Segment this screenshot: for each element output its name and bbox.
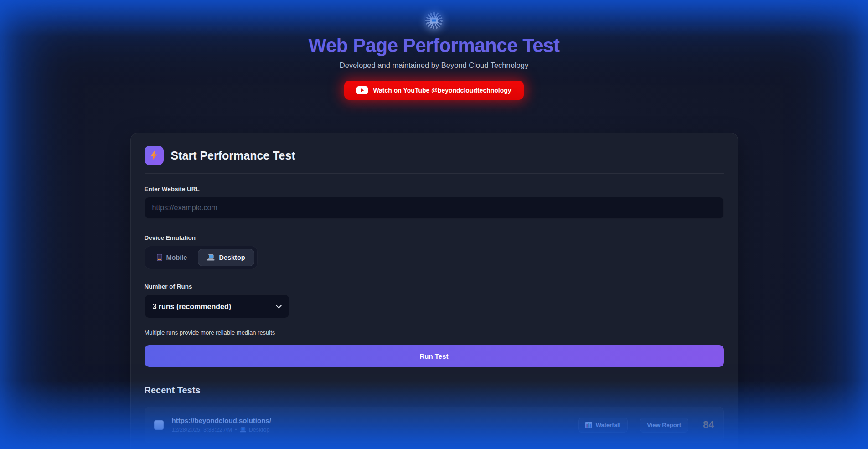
run-test-button[interactable]: Run Test (145, 345, 724, 367)
test-checkbox[interactable] (154, 420, 164, 430)
brand-logo-mark (432, 20, 436, 22)
page: Web Page Performance Test Developed and … (0, 0, 868, 449)
lightning-badge (145, 146, 164, 165)
youtube-button[interactable]: Watch on YouTube @beyondcloudtechnology (344, 81, 523, 100)
runs-label: Number of Runs (145, 283, 724, 290)
device-toggle-group: Mobile Desktop (145, 246, 258, 269)
waterfall-button[interactable]: Waterfall (578, 418, 628, 433)
device-emulation-label: Device Emulation (145, 234, 724, 241)
runs-select[interactable]: 3 runs (recommended) (145, 294, 289, 318)
page-title: Web Page Performance Test (0, 35, 868, 57)
test-info: https://beyondcloud.solutions/ 12/28/202… (172, 417, 271, 433)
meta-separator: • (235, 427, 237, 433)
device-mobile-label: Mobile (166, 254, 187, 261)
url-input[interactable] (145, 197, 724, 219)
page-subtitle: Developed and maintained by Beyond Cloud… (0, 61, 868, 70)
view-report-button[interactable]: View Report (640, 418, 688, 433)
laptop-icon (207, 254, 215, 261)
device-desktop-label: Desktop (219, 254, 245, 261)
card-title: Start Performance Test (171, 149, 295, 162)
brand-logo-core (430, 18, 438, 24)
recent-tests-title: Recent Tests (145, 385, 724, 396)
performance-test-card: Start Performance Test Enter Website URL… (130, 133, 738, 449)
device-button-desktop[interactable]: Desktop (198, 249, 254, 266)
lightning-icon (150, 150, 158, 160)
brand-logo-icon (425, 12, 443, 29)
youtube-button-wrap: Watch on YouTube @beyondcloudtechnology (0, 81, 868, 100)
test-device: Desktop (249, 427, 270, 433)
runs-select-wrap: 3 runs (recommended) (145, 294, 289, 318)
youtube-button-label: Watch on YouTube @beyondcloudtechnology (373, 87, 511, 94)
view-report-button-label: View Report (647, 422, 681, 428)
url-label: Enter Website URL (145, 186, 724, 192)
test-meta: 12/28/2025, 3:38:22 AM • Desktop (172, 427, 271, 433)
test-timestamp: 12/28/2025, 3:38:22 AM (172, 427, 232, 433)
laptop-icon (240, 427, 246, 433)
youtube-play-icon (356, 86, 368, 94)
performance-score: 84 (703, 419, 714, 431)
card-header: Start Performance Test (145, 146, 724, 165)
runs-help-text: Multiple runs provide more reliable medi… (145, 329, 724, 336)
bar-chart-icon (585, 422, 592, 428)
device-button-mobile[interactable]: Mobile (148, 249, 196, 266)
test-url: https://beyondcloud.solutions/ (172, 417, 271, 424)
mobile-phone-icon (157, 254, 162, 261)
recent-test-row: https://beyondcloud.solutions/ 12/28/202… (145, 407, 724, 443)
waterfall-button-label: Waterfall (596, 422, 620, 428)
card-divider (145, 173, 724, 174)
